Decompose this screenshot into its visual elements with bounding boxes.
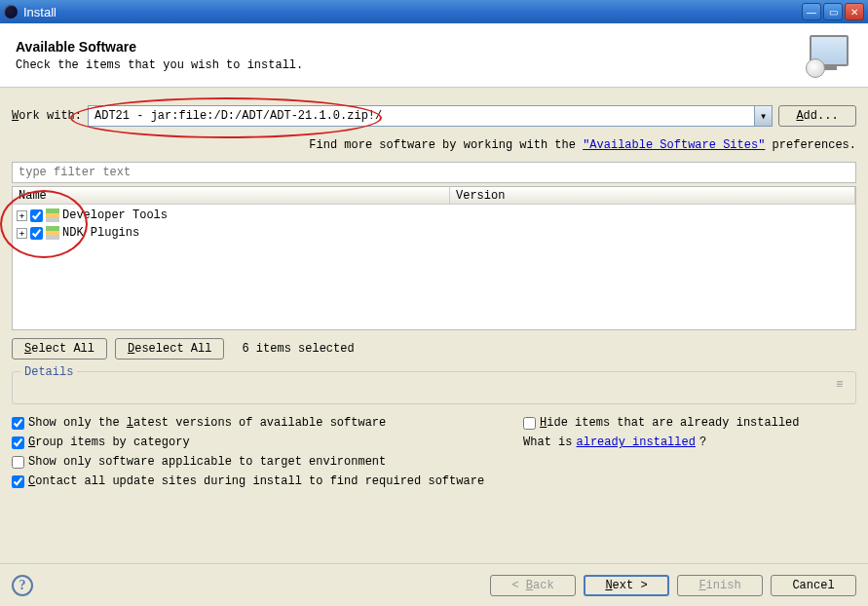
resize-grip-icon[interactable]: ≡ — [836, 378, 851, 390]
column-version[interactable]: Version — [450, 187, 855, 205]
software-tree[interactable]: Name Version + Developer Tools + NDK Plu… — [12, 186, 856, 330]
tree-item-label: NDK Plugins — [62, 226, 139, 240]
filter-input[interactable] — [12, 162, 856, 183]
cancel-button[interactable]: Cancel — [771, 575, 856, 596]
work-with-input[interactable] — [89, 106, 754, 126]
finish-button[interactable]: Finish — [677, 575, 763, 596]
install-icon — [802, 33, 852, 78]
work-with-combo[interactable]: ▾ — [88, 105, 773, 127]
find-more-text: Find more software by working with the "… — [12, 138, 856, 162]
tree-row[interactable]: + NDK Plugins — [13, 224, 855, 242]
tree-item-label: Developer Tools — [62, 208, 168, 222]
back-button[interactable]: < Back — [490, 575, 576, 596]
deselect-all-button[interactable]: Deselect All — [115, 338, 224, 360]
details-group: Details ≡ — [12, 371, 856, 404]
expand-icon[interactable]: + — [17, 210, 27, 221]
item-checkbox[interactable] — [30, 209, 43, 222]
expand-icon[interactable]: + — [17, 228, 27, 239]
maximize-button[interactable]: ▭ — [823, 3, 843, 20]
next-button[interactable]: Next > — [584, 575, 669, 596]
option-contact[interactable]: Contact all update sites during install … — [12, 474, 484, 488]
tree-row[interactable]: + Developer Tools — [13, 207, 855, 224]
dropdown-icon[interactable]: ▾ — [754, 106, 772, 126]
already-installed-link[interactable]: already installed — [577, 436, 696, 449]
window-title: Install — [23, 5, 57, 19]
page-title: Available Software — [16, 39, 802, 55]
help-icon[interactable]: ? — [12, 575, 33, 596]
work-with-label: Work with: — [12, 109, 82, 123]
contact-checkbox[interactable] — [12, 475, 24, 488]
details-legend: Details — [20, 365, 77, 379]
selected-count: 6 items selected — [242, 342, 354, 356]
close-button[interactable]: ✕ — [845, 3, 864, 20]
page-subtitle: Check the items that you wish to install… — [16, 58, 802, 72]
package-icon — [46, 208, 59, 222]
minimize-button[interactable]: — — [802, 3, 821, 20]
available-sites-link[interactable]: "Available Software Sites" — [583, 138, 765, 152]
select-all-button[interactable]: Select All — [12, 338, 107, 360]
option-hide[interactable]: Hide items that are already installed — [523, 416, 799, 430]
latest-checkbox[interactable] — [12, 417, 24, 430]
group-checkbox[interactable] — [12, 436, 24, 449]
add-button[interactable]: Add... — [778, 105, 856, 127]
hide-checkbox[interactable] — [523, 417, 536, 430]
option-latest[interactable]: Show only the latest versions of availab… — [12, 416, 484, 430]
dialog-header: Available Software Check the items that … — [0, 23, 868, 88]
applicable-checkbox[interactable] — [12, 456, 24, 469]
dialog-footer: ? < Back Next > Finish Cancel — [0, 563, 868, 606]
package-icon — [46, 226, 59, 240]
titlebar: Install — ▭ ✕ — [0, 0, 868, 23]
what-is-installed: What is already installed ? — [523, 436, 799, 449]
eclipse-icon — [4, 5, 18, 19]
option-applicable[interactable]: Show only software applicable to target … — [12, 455, 484, 469]
item-checkbox[interactable] — [30, 227, 43, 240]
column-name[interactable]: Name — [13, 187, 450, 205]
option-group[interactable]: Group items by category — [12, 436, 484, 449]
